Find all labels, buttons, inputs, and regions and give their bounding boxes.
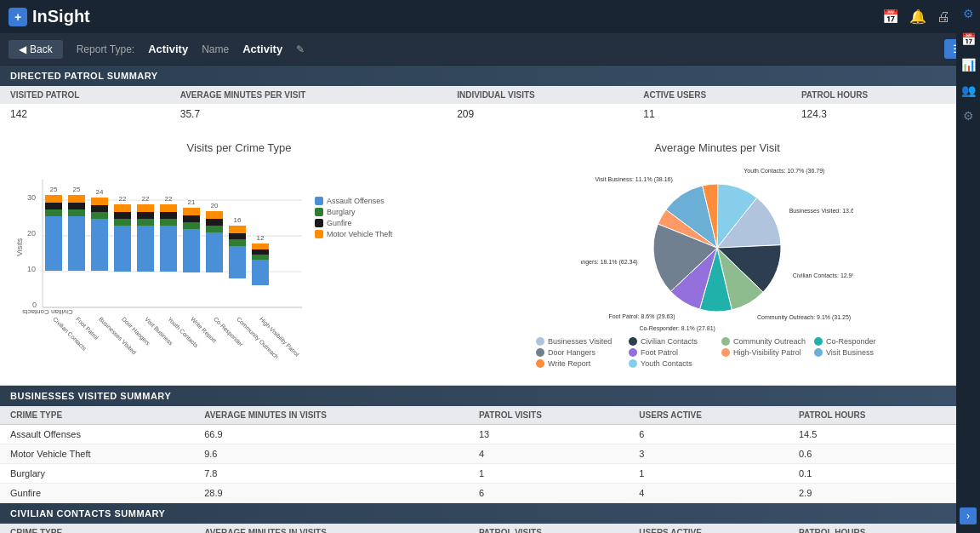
svg-rect-42 (183, 229, 200, 272)
legend-dot-gunfire (315, 219, 323, 227)
calendar-icon[interactable]: 📅 (961, 32, 976, 46)
table-row: Gunfire28.9642.9 (0, 484, 956, 503)
businesses-visited-table: CRIME TYPE AVERAGE MINUTES IN VISITS PAT… (0, 406, 956, 503)
svg-text:Co-Responder: 8.1% (27.81): Co-Responder: 8.1% (27.81) (639, 325, 715, 332)
svg-text:Businesses Visited: 13.6% (46.: Businesses Visited: 13.6% (46.95) (789, 208, 853, 215)
logo-icon: + (9, 8, 27, 26)
bv-col-2: PATROL VISITS (469, 406, 629, 425)
svg-text:20: 20 (27, 229, 36, 238)
name-value: Activity (242, 43, 282, 55)
pie-legend-dot (814, 337, 823, 346)
pie-legend-dot (536, 337, 544, 346)
bar-chart-title: Visits per Crime Type (17, 141, 461, 154)
subheader: ◀ Back Report Type: Activity Name Activi… (0, 33, 980, 66)
col-active-users: ACTIVE USERS (633, 86, 791, 104)
settings-icon[interactable]: ⚙ (963, 109, 974, 123)
legend-dot-motor (315, 230, 323, 238)
filter-icon[interactable]: ⚙ (963, 7, 974, 20)
svg-text:Community Outreach: 9.1% (31.2: Community Outreach: 9.1% (31.25) (757, 314, 851, 321)
businesses-visited-title: BUSINESSES VISITED SUMMARY (10, 391, 171, 401)
svg-rect-11 (45, 216, 62, 271)
svg-rect-52 (229, 246, 246, 278)
col-visited-patrol: VISITED PATROL (0, 86, 170, 104)
svg-text:Foot Patrol: Foot Patrol (75, 316, 100, 341)
pie-legend-item: Community Outreach (721, 337, 806, 346)
pie-chart-svg: Youth Contacts: 10.7% (36.79)Businesses … (581, 163, 853, 333)
app-title: InSight (32, 7, 90, 26)
legend-label-burglary: Burglary (327, 208, 356, 216)
cc-col-4: PATROL HOURS (789, 524, 956, 533)
cc-col-0: CRIME TYPE (0, 524, 194, 533)
svg-text:Visits: Visits (17, 238, 24, 256)
svg-rect-57 (252, 260, 269, 285)
svg-rect-45 (183, 208, 200, 215)
users-icon[interactable]: 👥 (961, 83, 976, 97)
svg-text:Foot Patrol: 8.6% (29.63): Foot Patrol: 8.6% (29.63) (608, 313, 675, 320)
pie-legend-item: Door Hangers (536, 348, 620, 357)
back-button[interactable]: ◀ Back (9, 40, 63, 59)
pie-legend-label: Community Outreach (733, 337, 806, 346)
svg-rect-39 (160, 212, 177, 219)
svg-rect-54 (229, 233, 246, 239)
logo-plus: + (14, 10, 21, 24)
svg-rect-38 (160, 219, 177, 226)
right-sidebar: ⚙ 📅 📊 👥 ⚙ › (956, 0, 980, 533)
svg-rect-48 (206, 226, 223, 232)
directed-patrol-section: DIRECTED PATROL SUMMARY VISITED PATROL A… (0, 66, 956, 124)
col-individual-visits: INDIVIDUAL VISITS (447, 86, 633, 104)
svg-rect-60 (252, 244, 269, 249)
directed-patrol-table: VISITED PATROL AVERAGE MINUTES PER VISIT… (0, 86, 956, 124)
svg-text:25: 25 (73, 186, 81, 193)
pie-chart-container: Average Minutes per Visit Youth Contacts… (478, 133, 956, 376)
directed-patrol-title: DIRECTED PATROL SUMMARY (10, 71, 158, 81)
calendar-icon-top[interactable]: 📅 (882, 9, 899, 25)
printer-icon[interactable]: 🖨 (937, 9, 950, 25)
edit-icon[interactable]: ✎ (296, 43, 305, 55)
svg-rect-49 (206, 219, 223, 226)
svg-rect-19 (68, 203, 85, 209)
back-arrow: ◀ (19, 43, 26, 55)
pie-legend-label: Businesses Visited (548, 337, 612, 346)
sidebar-expand-btn[interactable]: › (960, 507, 977, 524)
svg-rect-53 (229, 239, 246, 246)
main-content: DIRECTED PATROL SUMMARY VISITED PATROL A… (0, 66, 956, 533)
svg-rect-35 (137, 204, 154, 212)
pie-legend-label: Foot Patrol (641, 348, 678, 357)
svg-rect-29 (114, 212, 131, 219)
bell-icon[interactable]: 🔔 (909, 9, 926, 25)
col-avg-minutes: AVERAGE MINUTES PER VISIT (170, 86, 447, 104)
legend-dot-burglary (315, 208, 323, 216)
svg-rect-34 (137, 212, 154, 219)
svg-rect-12 (45, 209, 62, 216)
name-label: Name (202, 43, 229, 55)
svg-rect-13 (45, 203, 62, 209)
legend-label-assault: Assault Offenses (327, 197, 385, 205)
topbar-left: + InSight (9, 7, 90, 26)
svg-rect-43 (183, 222, 200, 229)
svg-text:22: 22 (165, 195, 173, 203)
pie-legend-dot (629, 359, 637, 368)
svg-rect-27 (114, 226, 131, 272)
pie-legend-item: Co-Responder (814, 337, 898, 346)
svg-rect-30 (114, 204, 131, 212)
val-visited-patrol: 142 (0, 104, 170, 124)
civilian-contacts-table: CRIME TYPE AVERAGE MINUTES IN VISITS PAT… (0, 524, 956, 533)
svg-text:22: 22 (119, 195, 127, 203)
pie-legend-item: Civilian Contacts (629, 337, 713, 346)
chart-icon[interactable]: 📊 (961, 58, 976, 72)
cc-col-2: PATROL VISITS (469, 524, 629, 533)
pie-legend-item: Visit Business (814, 348, 898, 357)
report-type-label: Report Type: (77, 43, 134, 55)
charts-area: Visits per Crime Type 0 10 20 30 Visits (0, 124, 956, 386)
svg-text:Visit Business: 11.1% (38.16): Visit Business: 11.1% (38.16) (595, 176, 673, 183)
pie-legend-dot (721, 337, 730, 346)
svg-rect-14 (45, 195, 62, 203)
pie-legend: Businesses VisitedCivilian ContactsCommu… (527, 337, 907, 368)
topbar-logo: + InSight (9, 7, 90, 26)
svg-text:22: 22 (142, 195, 150, 203)
civilian-contacts-header: CIVILIAN CONTACTS SUMMARY (0, 503, 956, 524)
pie-legend-dot (814, 348, 823, 357)
svg-rect-37 (160, 226, 177, 272)
table-row: Motor Vehicle Theft9.6430.6 (0, 444, 956, 464)
svg-text:25: 25 (50, 186, 58, 193)
